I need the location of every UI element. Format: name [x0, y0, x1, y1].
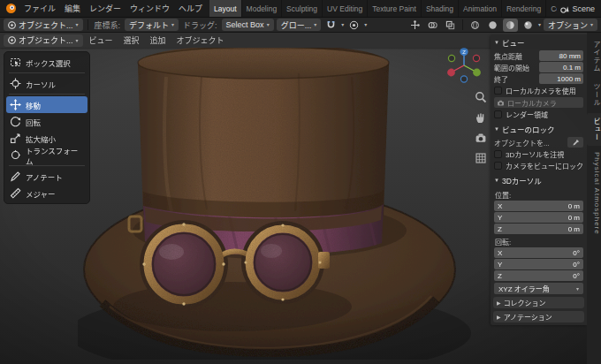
workspace-tab-shading[interactable]: Shading	[422, 0, 459, 17]
workspace-tab-rendering[interactable]: Rendering	[502, 0, 546, 17]
menu-edit[interactable]: 編集	[60, 0, 85, 17]
workspace-tab-compositing[interactable]: Compositing	[546, 0, 557, 17]
tool-rotate[interactable]: 回転	[6, 113, 87, 130]
shading-rendered-icon[interactable]	[521, 19, 536, 32]
workspace-tab-layout[interactable]: Layout	[209, 0, 242, 17]
shading-options-chevron-icon[interactable]: ▾	[538, 22, 541, 27]
checkbox[interactable]	[494, 162, 502, 170]
checkbox[interactable]	[494, 110, 502, 118]
viewport-menu-add[interactable]: 追加	[146, 34, 171, 46]
pivot-dropdown[interactable]: グロー... ▾	[277, 19, 322, 31]
lock-cursor-checkbox-row[interactable]: 3Dカーソルを注視	[494, 149, 583, 159]
triangle-down-icon: ▼	[494, 40, 499, 45]
shading-solid-icon[interactable]	[485, 19, 500, 32]
sidebar-tab-view[interactable]: ビュー	[587, 113, 601, 146]
sidebar-panel: ▼ ビュー 焦点距離 80 mm 範囲の開始 0.1 m 終了 1000 m ロ…	[491, 34, 587, 325]
workspace-tab-uv-editing[interactable]: UV Editing	[323, 0, 368, 17]
camera-view-icon[interactable]	[475, 132, 487, 144]
show-gizmo-icon[interactable]	[407, 19, 422, 32]
local-camera-field[interactable]: ローカルカメラ	[494, 97, 583, 108]
checkbox[interactable]	[494, 87, 502, 95]
sidebar-tab-physical-atmosphere[interactable]: Physical Atmosphere	[587, 148, 601, 239]
divider	[87, 19, 88, 30]
cursor-rotation-x-field[interactable]: X 0°	[494, 247, 583, 258]
chevron-down-icon: ▾	[314, 22, 316, 27]
sidebar-tab-tool[interactable]: ツール	[587, 79, 601, 111]
rotation-mode-dropdown[interactable]: XYZ オイラー角 ▾	[494, 283, 583, 294]
tool-move[interactable]: 移動	[6, 96, 87, 113]
eyedropper-button[interactable]	[567, 137, 583, 148]
scene-selector[interactable]: Scene	[557, 0, 598, 17]
proportional-edit-icon[interactable]	[346, 19, 361, 32]
cursor-rotation-z-field[interactable]: Z 0°	[494, 270, 583, 281]
toggle-perspective-icon[interactable]	[475, 152, 487, 164]
show-overlays-icon[interactable]	[425, 19, 440, 32]
render-region-checkbox-row[interactable]: レンダー領域	[494, 110, 583, 119]
tool-box-select[interactable]: ボックス選択	[6, 54, 87, 71]
zoom-icon[interactable]	[475, 91, 487, 103]
scene-name: Scene	[572, 4, 595, 13]
tool-measure[interactable]: メジャー	[6, 185, 87, 201]
shading-material-icon[interactable]	[503, 19, 518, 32]
viewport-mode-dropdown[interactable]: オブジェクト... ▾	[4, 34, 83, 47]
panel-header-view-lock[interactable]: ▼ ビューのロック	[491, 121, 587, 136]
chevron-down-icon: ▾	[76, 38, 79, 43]
viewport-menu-view[interactable]: ビュー	[85, 34, 118, 46]
chevron-down-icon: ▾	[590, 22, 593, 27]
navigation-gizmo[interactable]: Z	[444, 45, 484, 86]
annotate-icon	[10, 171, 21, 182]
panel-header-3d-cursor[interactable]: ▼ 3Dカーソル	[491, 172, 587, 187]
triangle-down-icon: ▼	[494, 126, 499, 132]
object-mode-icon	[8, 21, 16, 29]
tool-settings-bar: オブジェクト... ▾ 座標系: デフォルト ▾ ドラッグ: Select Bo…	[0, 17, 601, 33]
proportional-options-chevron-icon[interactable]: ▾	[364, 22, 367, 27]
viewport-3d[interactable]: オブジェクト... ▾ ビュー 選択 追加 オブジェクト	[0, 33, 601, 364]
clip-start-field[interactable]: 0.1 m	[539, 62, 583, 72]
workspace-tab-texture-paint[interactable]: Texture Paint	[368, 0, 422, 17]
blender-logo-icon[interactable]	[3, 0, 19, 17]
snap-magnet-icon[interactable]	[323, 19, 339, 32]
top-menu-bar: ファイル 編集 レンダー ウィンドウ ヘルプ Layout Modeling S…	[0, 0, 601, 17]
snap-options-chevron-icon[interactable]: ▾	[341, 22, 344, 27]
options-dropdown[interactable]: オプション ▾	[544, 19, 597, 31]
menu-render[interactable]: レンダー	[85, 0, 126, 17]
workspace-tab-animation[interactable]: Animation	[459, 0, 502, 17]
clip-end-row: 終了 1000 m	[494, 73, 583, 84]
checkbox[interactable]	[494, 150, 502, 158]
sidebar-tab-item[interactable]: アイテム	[587, 36, 601, 77]
clip-end-field[interactable]: 1000 m	[539, 73, 583, 84]
local-camera-checkbox-row[interactable]: ローカルカメラを使用	[494, 86, 583, 95]
workspace-tab-modeling[interactable]: Modeling	[242, 0, 283, 17]
tool-annotate[interactable]: アノテート	[6, 168, 87, 185]
viewport-menu-select[interactable]: 選択	[119, 34, 144, 46]
panel-header-annotations[interactable]: ▶ アノテーション	[493, 311, 584, 322]
menu-file[interactable]: ファイル	[19, 0, 60, 17]
tool-transform[interactable]: トランスフォーム	[6, 147, 87, 163]
divider	[9, 94, 85, 95]
camera-to-view-checkbox-row[interactable]: カメラをビューにロック	[494, 161, 583, 171]
camera-icon	[497, 99, 505, 107]
menu-window[interactable]: ウィンドウ	[126, 0, 174, 17]
panel-header-collections[interactable]: ▶ コレクション	[493, 297, 584, 308]
focal-length-field[interactable]: 80 mm	[539, 50, 583, 61]
viewport-menu-object[interactable]: オブジェクト	[172, 34, 229, 46]
select-tool-dropdown[interactable]: Select Box ▾	[222, 19, 274, 31]
tool-cursor[interactable]: カーソル	[6, 75, 87, 92]
scene-icon	[560, 4, 569, 13]
object-mode-icon	[8, 36, 16, 44]
workspace-tab-sculpting[interactable]: Sculpting	[282, 0, 323, 17]
cursor-location-x-field[interactable]: X 0 m	[494, 201, 583, 211]
cursor-rotation-label: 回転:	[495, 237, 582, 246]
shading-wireframe-icon[interactable]	[468, 19, 483, 32]
cursor-location-y-field[interactable]: Y 0 m	[494, 212, 583, 223]
mode-dropdown[interactable]: オブジェクト... ▾	[4, 19, 83, 31]
pan-hand-icon[interactable]	[475, 111, 487, 124]
triangle-right-icon: ▶	[497, 314, 501, 320]
xray-toggle-icon[interactable]	[443, 19, 458, 32]
cursor-rotation-y-field[interactable]: Y 0°	[494, 259, 583, 269]
model-top-hat[interactable]	[78, 42, 471, 360]
menu-help[interactable]: ヘルプ	[174, 0, 207, 17]
cursor-location-z-field[interactable]: Z 0 m	[494, 224, 583, 234]
orientation-dropdown[interactable]: デフォルト ▾	[125, 19, 179, 31]
panel-header-view[interactable]: ▼ ビュー	[491, 34, 587, 49]
